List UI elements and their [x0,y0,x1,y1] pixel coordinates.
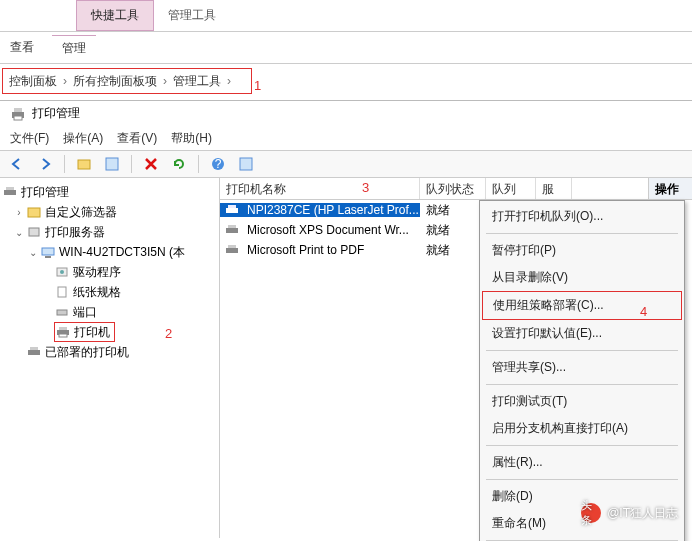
printer-icon [224,203,240,217]
printer-icon [2,185,18,199]
up-button[interactable] [73,153,95,175]
collapse-icon[interactable]: ⌄ [12,227,26,238]
svg-rect-13 [45,256,51,258]
driver-icon [54,265,70,279]
separator [486,350,678,351]
tree-server[interactable]: ⌄ WIN-4U2TDCT3I5N (本 [2,242,217,262]
tree-ports[interactable]: 端口 [2,302,217,322]
cell-status: 就绪 [420,222,486,239]
watermark-badge-icon: 头条 [581,503,601,523]
tree-label: 打印机 [74,324,110,341]
breadcrumb-item[interactable]: 控制面板 [9,73,57,90]
tree-printers[interactable]: 打印机 [54,322,115,342]
properties-button[interactable] [101,153,123,175]
cell-name: NPI2387CE (HP LaserJet Prof... [247,203,419,217]
actions-pane: 操作 [648,178,692,200]
context-menu: 打开打印机队列(O)... 暂停打印(P) 从目录删除(V) 使用组策略部署(C… [479,200,685,541]
printer-icon [10,107,26,121]
separator [486,384,678,385]
window-title: 打印管理 [32,105,80,122]
delete-button[interactable] [140,153,162,175]
tree-label: 已部署的打印机 [45,344,129,361]
menu-file[interactable]: 文件(F) [10,130,49,147]
tree-label: 打印管理 [21,184,69,201]
ctx-open-queue[interactable]: 打开打印机队列(O)... [482,203,682,230]
breadcrumb[interactable]: 控制面板 › 所有控制面板项 › 管理工具 › [2,68,252,94]
svg-text:?: ? [215,157,222,171]
tree-drivers[interactable]: 驱动程序 [2,262,217,282]
ribbon-tabs: 快捷工具 管理工具 [0,0,692,32]
cell-name: Microsoft XPS Document Wr... [247,223,409,237]
ctx-set-defaults[interactable]: 设置打印默认值(E)... [482,320,682,347]
help-button[interactable]: ? [207,153,229,175]
port-icon [54,305,70,319]
breadcrumb-item[interactable]: 所有控制面板项 [73,73,157,90]
svg-rect-10 [28,208,40,217]
tree-label: 纸张规格 [73,284,121,301]
svg-rect-19 [59,327,67,330]
printer-icon [55,325,71,339]
svg-rect-23 [226,208,238,213]
ctx-properties[interactable]: 属性(R)... [482,449,682,476]
tree-label: 打印服务器 [45,224,105,241]
separator [486,445,678,446]
breadcrumb-item[interactable]: 管理工具 [173,73,221,90]
svg-rect-2 [14,116,22,120]
tab-shortcut-tools[interactable]: 快捷工具 [76,0,154,31]
printer-icon [224,223,240,237]
svg-rect-12 [42,248,54,255]
tab-manage-tools[interactable]: 管理工具 [154,0,230,31]
svg-rect-21 [28,350,40,355]
separator [486,479,678,480]
svg-rect-7 [240,158,252,170]
forward-button[interactable] [34,153,56,175]
chevron-right-icon: › [163,74,167,88]
actions-header: 操作 [649,178,692,200]
col-in-queue[interactable]: 队列中... [486,178,536,199]
annotation-1: 1 [254,78,261,93]
list-header: 打印机名称 队列状态 队列中... 服务 [220,178,692,200]
ctx-deploy-gpo[interactable]: 使用组策略部署(C)... [482,291,682,320]
forms-icon [54,285,70,299]
col-printer-name[interactable]: 打印机名称 [220,178,420,199]
back-button[interactable] [6,153,28,175]
ribbon-view[interactable]: 查看 [10,39,34,56]
ctx-manage-share[interactable]: 管理共享(S)... [482,354,682,381]
col-queue-status[interactable]: 队列状态 [420,178,486,199]
tree-custom-filters[interactable]: › 自定义筛选器 [2,202,217,222]
svg-rect-28 [228,245,236,248]
tree-root[interactable]: 打印管理 [2,182,217,202]
menu-bar: 文件(F) 操作(A) 查看(V) 帮助(H) [0,126,692,150]
toolbar: ? [0,150,692,178]
tree-print-servers[interactable]: ⌄ 打印服务器 [2,222,217,242]
extra-button[interactable] [235,153,257,175]
cell-status: 就绪 [420,242,486,259]
computer-icon [40,245,56,259]
refresh-button[interactable] [168,153,190,175]
cell-status: 就绪 [420,202,486,219]
ctx-branch[interactable]: 启用分支机构直接打印(A) [482,415,682,442]
menu-view[interactable]: 查看(V) [117,130,157,147]
expand-icon[interactable]: › [12,207,26,218]
ctx-pause[interactable]: 暂停打印(P) [482,237,682,264]
col-server[interactable]: 服务 [536,178,572,199]
svg-rect-8 [4,190,16,195]
menu-help[interactable]: 帮助(H) [171,130,212,147]
tree-label: 自定义筛选器 [45,204,117,221]
ribbon-manage[interactable]: 管理 [52,35,96,61]
ctx-remove[interactable]: 从目录删除(V) [482,264,682,291]
svg-rect-16 [58,287,66,297]
annotation-4: 4 [640,304,647,319]
tree-forms[interactable]: 纸张规格 [2,282,217,302]
ctx-test-page[interactable]: 打印测试页(T) [482,388,682,415]
printer-icon [224,243,240,257]
tree-label: WIN-4U2TDCT3I5N (本 [59,244,185,261]
tree-panel: 打印管理 › 自定义筛选器 ⌄ 打印服务器 ⌄ WIN-4U2TDCT3I5N … [0,178,220,538]
tree-deployed[interactable]: 已部署的打印机 [2,342,217,362]
collapse-icon[interactable]: ⌄ [26,247,40,258]
watermark-text: @IT狂人日志 [607,505,678,522]
chevron-right-icon: › [227,74,231,88]
svg-rect-11 [29,228,39,236]
svg-rect-20 [59,334,67,337]
menu-action[interactable]: 操作(A) [63,130,103,147]
